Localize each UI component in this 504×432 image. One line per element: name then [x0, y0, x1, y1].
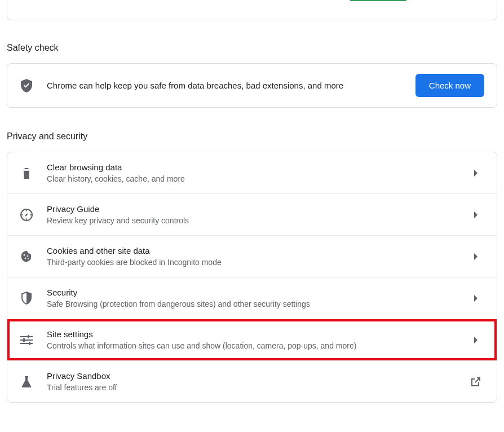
- svg-point-4: [28, 258, 29, 259]
- chevron-right-icon: [474, 170, 481, 177]
- shield-check-icon: [20, 79, 33, 92]
- privacy-sandbox-row[interactable]: Privacy Sandbox Trial features are off: [7, 360, 497, 402]
- svg-rect-10: [29, 342, 30, 345]
- chevron-right-icon: [474, 253, 481, 260]
- shield-half-icon: [20, 292, 33, 305]
- safety-check-heading: Safety check: [7, 43, 497, 53]
- row-sub: Trial features are off: [47, 383, 457, 392]
- svg-rect-8: [28, 335, 29, 338]
- chevron-right-icon: [474, 211, 481, 218]
- clear-browsing-data-row[interactable]: Clear browsing data Clear history, cooki…: [7, 152, 497, 193]
- site-settings-row[interactable]: Site settings Controls what information …: [7, 319, 497, 360]
- row-sub: Safe Browsing (protection from dangerous…: [47, 299, 461, 308]
- svg-point-3: [25, 257, 26, 259]
- row-sub: Review key privacy and security controls: [47, 216, 461, 225]
- row-title: Site settings: [47, 329, 461, 339]
- chevron-right-icon: [474, 295, 481, 302]
- safety-check-description: Chrome can help keep you safe from data …: [47, 81, 402, 90]
- privacy-security-heading: Privacy and security: [7, 131, 497, 142]
- row-title: Clear browsing data: [47, 162, 461, 172]
- compass-icon: [20, 208, 33, 222]
- row-title: Privacy Guide: [47, 204, 461, 214]
- chevron-right-icon: [474, 337, 481, 343]
- svg-point-1: [24, 254, 25, 255]
- row-sub: Controls what information sites can use …: [47, 341, 461, 350]
- cookie-icon: [20, 250, 33, 263]
- svg-point-2: [27, 255, 29, 257]
- row-title: Security: [47, 288, 461, 297]
- decorative-line: [350, 0, 406, 1]
- row-title: Privacy Sandbox: [47, 371, 457, 381]
- privacy-security-list: Clear browsing data Clear history, cooki…: [7, 152, 497, 403]
- check-now-button[interactable]: Check now: [415, 74, 484, 97]
- previous-card-edge: [7, 0, 497, 20]
- row-title: Cookies and other site data: [47, 246, 461, 255]
- external-link-icon: [471, 377, 481, 387]
- privacy-guide-row[interactable]: Privacy Guide Review key privacy and sec…: [7, 193, 497, 235]
- security-row[interactable]: Security Safe Browsing (protection from …: [7, 277, 497, 319]
- safety-check-card: Chrome can help keep you safe from data …: [7, 63, 497, 108]
- trash-icon: [20, 166, 33, 180]
- cookies-row[interactable]: Cookies and other site data Third-party …: [7, 235, 497, 277]
- tune-icon: [20, 333, 33, 347]
- svg-rect-9: [23, 338, 25, 342]
- row-sub: Third-party cookies are blocked in Incog…: [47, 258, 461, 267]
- flask-icon: [20, 375, 33, 389]
- row-sub: Clear history, cookies, cache, and more: [47, 174, 461, 183]
